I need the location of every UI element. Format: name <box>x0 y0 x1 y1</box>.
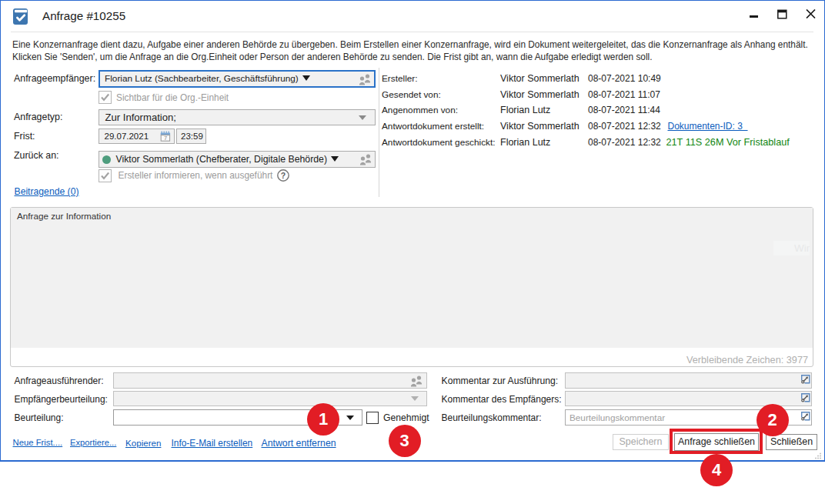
svg-text:7: 7 <box>164 135 167 142</box>
svg-text:?: ? <box>280 170 285 179</box>
